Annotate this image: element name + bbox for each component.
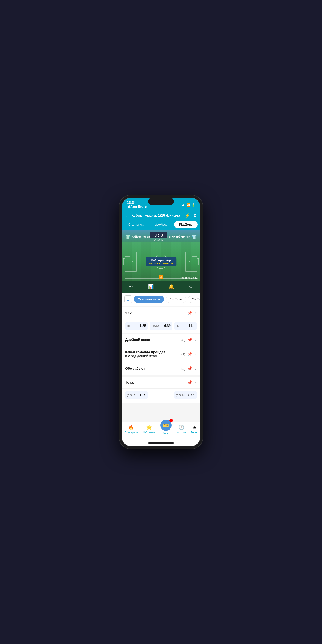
bet-title-double-chance: Двойной шанс xyxy=(125,338,150,342)
bet-count-double-chance: (3) xyxy=(182,338,185,342)
home-indicator xyxy=(122,440,200,446)
home-bar xyxy=(148,442,174,444)
odds-cell-p1[interactable]: П1 1.35 xyxy=(125,322,148,330)
bet-section-1x2: 1Х2 📌 ∧ П1 1.35 Ничья 4.39 xyxy=(122,308,200,334)
header-title: Кубок Турции. 1/16 финала xyxy=(127,214,184,218)
battery-icon: 🔋 xyxy=(192,203,195,206)
wifi-icon: 📶 xyxy=(186,203,190,206)
odds-cell-total-under[interactable]: (0.5) М 8.51 xyxy=(174,391,197,399)
stats-bar-icon[interactable]: 📊 xyxy=(148,284,154,290)
possession-label: ВЛАДЕЕТ МЯЧОМ xyxy=(149,262,173,265)
odds-cell-total-mid[interactable] xyxy=(150,391,172,399)
tab-playzone[interactable]: PlayZone xyxy=(174,221,198,228)
nav-favorites[interactable]: ⭐ Избранное xyxy=(143,424,155,434)
bet-title-which-team: Какая команда пройдет в следующий этап xyxy=(125,350,168,358)
nav-label-coupon: Купон xyxy=(163,432,169,434)
coupon-icon: 🎫 xyxy=(163,422,169,428)
score-display: 0 : 0 xyxy=(150,232,167,238)
nav-label-popular: Популярное xyxy=(124,431,138,434)
signal-icon xyxy=(182,203,185,206)
pin-icon-total[interactable]: 📌 xyxy=(188,380,192,385)
trend-icon[interactable]: 〜 xyxy=(129,284,133,290)
filter-second-half[interactable]: 2-й Тайм xyxy=(188,296,200,303)
status-time: 13:34 xyxy=(127,201,146,204)
score-bar: 👕 Кайсериспор 0 : 0 ⏱ 33:14 Генчлербирли… xyxy=(122,230,200,242)
possession-team: Кайсериспор xyxy=(149,259,173,262)
pin-icon-double-chance[interactable]: 📌 xyxy=(188,338,192,342)
bolt-icon[interactable]: ⚡ xyxy=(184,213,190,218)
away-shirt-icon: 👕 xyxy=(192,234,197,239)
odds-cell-draw[interactable]: Ничья 4.39 xyxy=(150,322,172,330)
bottom-nav: 🔥 Популярное ⭐ Избранное 🎫 1 Купон 🕐 Ист… xyxy=(122,422,200,440)
phone-frame: 13:34 ◀ App Store 📶 🔋 ‹ Кубок Турции. 1/… xyxy=(119,195,203,449)
bet-section-which-team: Какая команда пройдет в следующий этап (… xyxy=(122,346,200,362)
chevron-down-icon-both-score[interactable]: ∨ xyxy=(194,367,197,371)
star-icon: ⭐ xyxy=(146,424,152,430)
chevron-up-icon-1x2[interactable]: ∧ xyxy=(194,311,197,315)
chevron-down-icon-which-team[interactable]: ∨ xyxy=(194,352,197,356)
bet-title-total: Тотал xyxy=(125,380,136,385)
tab-stats[interactable]: Статистика xyxy=(124,221,148,228)
score-time: ⏱ 33:14 xyxy=(150,239,167,242)
tabs-bar: Статистика LiveVideo PlayZone xyxy=(122,221,200,230)
content-area: ☰ Основная игра 1-й Тайм 2-й Тайм 1Х2 📌 xyxy=(122,293,200,422)
nav-label-favorites: Избранное xyxy=(143,431,155,434)
odds-cell-p2[interactable]: П2 11.1 xyxy=(174,322,197,330)
bet-header-1x2: 1Х2 📌 ∧ xyxy=(122,308,200,319)
pin-icon-1x2[interactable]: 📌 xyxy=(188,311,192,316)
status-indicators: 📶 🔋 xyxy=(182,203,195,206)
svg-point-16 xyxy=(189,261,190,262)
clock-icon: 🕐 xyxy=(178,424,184,430)
field-signal-icon: 📶 xyxy=(159,275,163,279)
chevron-up-icon-total[interactable]: ∧ xyxy=(194,380,197,385)
status-back[interactable]: ◀ App Store xyxy=(127,204,146,209)
filter-row: ☰ Основная игра 1-й Тайм 2-й Тайм xyxy=(122,293,200,306)
nav-menu[interactable]: ⊞ Меню xyxy=(191,424,198,434)
bell-icon[interactable]: 🔔 xyxy=(168,284,174,290)
bet-section-both-score: Обе забьют (2) 📌 ∨ xyxy=(122,362,200,375)
nav-label-history: История xyxy=(177,431,186,434)
nav-coupon[interactable]: 🎫 1 Купон xyxy=(160,424,172,434)
bet-count-which-team: (2) xyxy=(182,352,185,356)
nav-history[interactable]: 🕐 История xyxy=(177,424,186,434)
odds-row-total: (0.5) Б 1.05 (0.5) М 8.51 xyxy=(122,388,200,403)
back-button[interactable]: ‹ xyxy=(125,212,127,218)
settings-icon[interactable]: ⚙ xyxy=(193,213,197,218)
bet-header-total: Тотал 📌 ∧ xyxy=(122,377,200,388)
soccer-field: Кайсериспор ВЛАДЕЕТ МЯЧОМ прошло 33:11 📶 xyxy=(122,242,200,281)
svg-rect-1 xyxy=(122,242,132,281)
bet-title-both-score: Обе забьют xyxy=(125,367,145,370)
notch xyxy=(148,198,174,205)
field-elapsed: прошло 33:11 xyxy=(180,276,198,279)
field-area: 👕 Кайсериспор 0 : 0 ⏱ 33:14 Генчлербирли… xyxy=(122,230,200,281)
svg-point-15 xyxy=(132,261,133,262)
pin-icon-which-team[interactable]: 📌 xyxy=(188,352,192,356)
away-team: Генчлербирлиги 👕 xyxy=(168,234,197,239)
filter-first-half[interactable]: 1-й Тайм xyxy=(166,296,186,303)
filter-list-icon[interactable]: ☰ xyxy=(124,296,132,303)
bet-section-total: Тотал 📌 ∧ (0.5) Б 1.05 (0.5) М 8 xyxy=(122,377,200,403)
fire-icon: 🔥 xyxy=(128,424,134,430)
bet-title-1x2: 1Х2 xyxy=(125,311,132,315)
coupon-badge: 1 xyxy=(169,419,173,422)
action-bar: 〜 📊 🔔 ☆ xyxy=(122,281,200,293)
nav-popular[interactable]: 🔥 Популярное xyxy=(124,424,138,434)
filter-main-game[interactable]: Основная игра xyxy=(134,296,164,303)
grid-icon: ⊞ xyxy=(192,424,196,430)
home-shirt-icon: 👕 xyxy=(125,234,130,239)
pin-icon-both-score[interactable]: 📌 xyxy=(188,366,192,371)
nav-label-menu: Меню xyxy=(191,431,198,434)
bet-count-both-score: (2) xyxy=(182,367,185,370)
tab-livevideo[interactable]: LiveVideo xyxy=(149,221,173,228)
home-team: 👕 Кайсериспор xyxy=(125,234,150,239)
odds-cell-total-over[interactable]: (0.5) Б 1.05 xyxy=(125,391,148,399)
app-header: ‹ Кубок Турции. 1/16 финала ⚡ ⚙ xyxy=(122,210,200,221)
star-outline-icon[interactable]: ☆ xyxy=(189,284,193,290)
bet-section-double-chance: Двойной шанс (3) 📌 ∨ xyxy=(122,334,200,346)
odds-row-1x2: П1 1.35 Ничья 4.39 П2 11.1 xyxy=(122,319,200,334)
possession-badge: Кайсериспор ВЛАДЕЕТ МЯЧОМ xyxy=(146,257,176,266)
chevron-down-icon-double-chance[interactable]: ∨ xyxy=(194,338,197,342)
